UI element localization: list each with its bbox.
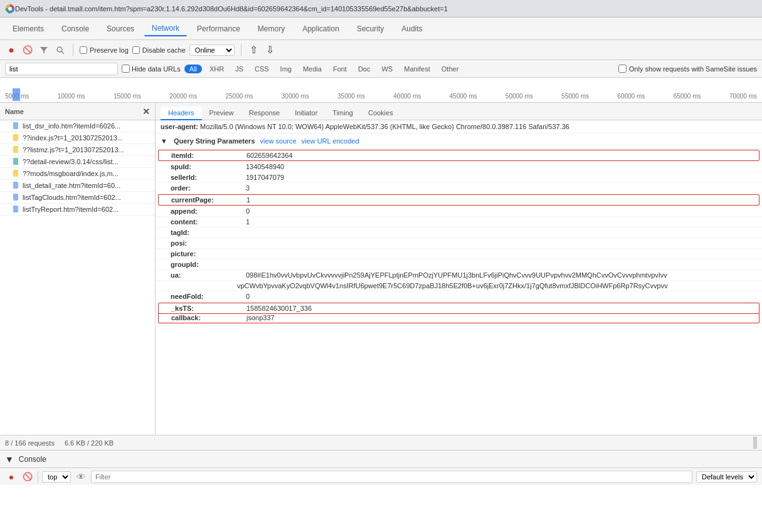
tab-security[interactable]: Security: [349, 22, 391, 36]
param-key-needfold: needFold:: [171, 293, 246, 300]
hide-data-urls-text: Hide data URLs: [132, 65, 181, 73]
file-icon: [13, 182, 20, 189]
filter-tab-manifest[interactable]: Manifest: [400, 65, 434, 73]
tab-sources[interactable]: Sources: [99, 22, 142, 36]
param-value-content: 1: [246, 218, 250, 226]
filter-tab-img[interactable]: Img: [277, 65, 295, 73]
svg-rect-8: [13, 170, 18, 177]
request-item[interactable]: ??index.js?t=1_201307252013...: [0, 132, 155, 144]
preserve-log-checkbox[interactable]: [80, 46, 87, 54]
file-icon: [13, 146, 20, 154]
samesite-checkbox[interactable]: [618, 65, 627, 73]
search-button[interactable]: [54, 44, 66, 56]
hide-data-urls-checkbox[interactable]: [122, 65, 130, 73]
clear-button[interactable]: 🚫: [21, 44, 34, 56]
svg-point-2: [57, 47, 62, 52]
view-url-encoded-link[interactable]: view URL encoded: [302, 137, 359, 145]
tab-headers[interactable]: Headers: [161, 107, 202, 120]
filter-tab-font[interactable]: Font: [329, 65, 351, 73]
tab-timing[interactable]: Timing: [325, 107, 361, 120]
separator2: [241, 44, 241, 56]
samesite-text: Only show requests with SameSite issues: [629, 65, 757, 73]
param-key-groupid: groupId:: [171, 261, 246, 268]
filter-tab-ws[interactable]: WS: [378, 65, 396, 73]
filter-tab-media[interactable]: Media: [299, 65, 325, 73]
param-row-itemid: itemId: 602659642364: [158, 150, 759, 161]
resize-handle[interactable]: [753, 437, 757, 448]
filter-tab-js[interactable]: JS: [231, 65, 247, 73]
request-item[interactable]: listTryReport.htm?itemId=602...: [0, 204, 155, 216]
request-item[interactable]: ??listmz.js?t=1_201307252013...: [0, 144, 155, 156]
requests-panel-title: Name: [5, 108, 24, 115]
search-input[interactable]: [5, 63, 118, 75]
timeline-label-5: 30000 ms: [282, 93, 309, 100]
request-item[interactable]: ??detail-review/3.0.14/css/list...: [0, 156, 155, 168]
request-item[interactable]: list_detail_rate.htm?itemId=60...: [0, 180, 155, 192]
param-key-tagid: tagId:: [171, 229, 246, 236]
tab-elements[interactable]: Elements: [5, 22, 51, 36]
request-details-panel: Headers Preview Response Initiator Timin…: [156, 103, 762, 435]
tab-network[interactable]: Network: [144, 21, 187, 36]
timeline-label-8: 45000 ms: [450, 93, 477, 100]
filter-tab-xhr[interactable]: XHR: [206, 65, 228, 73]
samesite-label[interactable]: Only show requests with SameSite issues: [618, 65, 757, 73]
filter-toggle-button[interactable]: [38, 44, 50, 56]
record-button[interactable]: ●: [5, 44, 18, 56]
file-icon: [13, 158, 20, 165]
tab-response[interactable]: Response: [241, 107, 288, 120]
svg-line-3: [61, 51, 64, 54]
console-separator: [38, 471, 38, 482]
console-record-button[interactable]: ●: [5, 471, 18, 483]
throttle-select[interactable]: Online Fast 3G Slow 3G Offline: [189, 44, 235, 56]
param-row-ua-cont: vpCWvbYpvvaKyO2vqbVQWl4v1nsIRfU6pwet9E7r…: [156, 281, 762, 291]
request-item[interactable]: listTagClouds.htm?itemId=602...: [0, 192, 155, 204]
preserve-log-checkbox-label[interactable]: Preserve log: [80, 46, 129, 54]
timeline-label-9: 50000 ms: [505, 93, 533, 100]
tab-audits[interactable]: Audits: [394, 22, 430, 36]
section-toggle[interactable]: ▼: [161, 137, 167, 145]
filter-tab-other[interactable]: Other: [438, 65, 463, 73]
filter-tab-all[interactable]: All: [184, 65, 202, 73]
param-value-currentpage: 1: [246, 196, 250, 204]
tab-cookies[interactable]: Cookies: [361, 107, 401, 120]
hide-data-urls-label[interactable]: Hide data URLs: [122, 65, 181, 73]
console-toggle[interactable]: ▼: [5, 454, 14, 464]
disable-cache-checkbox[interactable]: [132, 46, 140, 54]
tab-initiator[interactable]: Initiator: [287, 107, 325, 120]
default-levels-select[interactable]: Default levels Verbose Info Warnings Err…: [696, 471, 757, 482]
download-button[interactable]: ⇩: [264, 44, 277, 56]
tab-console[interactable]: Console: [54, 22, 97, 36]
requests-count: 8 / 166 requests: [5, 439, 55, 447]
param-value-ua-cont: vpCWvbYpvvaKyO2vqbVQWl4v1nsIRfU6pwet9E7r…: [237, 282, 668, 289]
tab-performance[interactable]: Performance: [189, 22, 248, 36]
tab-preview[interactable]: Preview: [202, 107, 241, 120]
timeline-label-4: 25000 ms: [226, 93, 253, 100]
param-key-sellerid: sellerId:: [171, 174, 246, 181]
param-key-ua: ua:: [171, 271, 246, 279]
request-item[interactable]: list_dsr_info.htm?itemId=6026...: [0, 120, 155, 132]
param-value-itemid: 602659642364: [246, 152, 292, 159]
timeline-bar: [13, 88, 20, 101]
param-row-currentpage: currentPage: 1: [158, 194, 759, 206]
disable-cache-checkbox-label[interactable]: Disable cache: [132, 46, 186, 54]
view-source-link[interactable]: view source: [260, 137, 297, 145]
filter-tab-css[interactable]: CSS: [251, 65, 273, 73]
file-icon: [13, 134, 20, 142]
filter-tab-doc[interactable]: Doc: [354, 65, 374, 73]
param-key-picture: picture:: [171, 250, 246, 258]
context-select[interactable]: top: [42, 471, 71, 482]
timeline-label-11: 60000 ms: [617, 93, 645, 100]
param-key-spuid: spuId:: [171, 163, 246, 170]
close-panel-button[interactable]: ✕: [142, 107, 150, 117]
upload-button[interactable]: ⇧: [248, 44, 260, 56]
console-filter-input[interactable]: [91, 471, 692, 483]
show-live-expressions[interactable]: 👁: [75, 471, 87, 483]
timeline: 5000 ms 10000 ms 15000 ms 20000 ms 25000…: [0, 78, 762, 103]
request-item[interactable]: ??mods/msgboard/index.js,m...: [0, 168, 155, 180]
console-clear-button[interactable]: 🚫: [21, 471, 34, 483]
param-row-needfold: needFold: 0: [156, 291, 762, 302]
tab-memory[interactable]: Memory: [250, 22, 292, 36]
console-label: Console: [19, 455, 46, 464]
tab-application[interactable]: Application: [295, 22, 347, 36]
title-text: DevTools - detail.tmall.com/item.htm?spm…: [15, 5, 448, 13]
